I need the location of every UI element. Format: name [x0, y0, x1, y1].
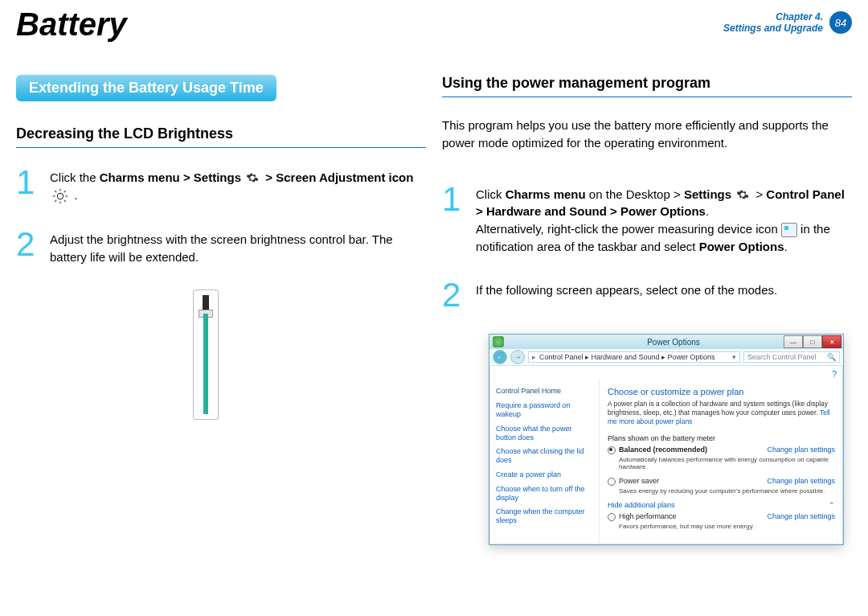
chapter-block: Chapter 4. Settings and Upgrade 84 — [723, 6, 852, 35]
sidebar-link[interactable]: Require a password on wakeup — [496, 401, 592, 419]
window-titlebar: Power Options — □ ✕ — [489, 335, 843, 349]
gear-icon — [246, 171, 260, 186]
change-plan-link[interactable]: Change plan settings — [767, 477, 835, 485]
plan-name: High performance — [619, 512, 677, 520]
power-options-window: Power Options — □ ✕ ← → ▸ Control Panel … — [489, 334, 844, 545]
breadcrumb[interactable]: ▸ Control Panel ▸ Hardware and Sound ▸ P… — [528, 351, 740, 363]
svg-line-5 — [55, 191, 56, 192]
text: Click — [476, 187, 506, 201]
step-number: 2 — [442, 280, 465, 310]
step-body: Click the Charms menu > Settings > Scree… — [50, 167, 426, 205]
sidebar-home[interactable]: Control Panel Home — [496, 387, 592, 395]
svg-line-7 — [55, 200, 56, 202]
chevron-down-icon[interactable]: ▾ — [732, 353, 736, 361]
text-bold: > — [265, 170, 276, 184]
text: on the Desktop > — [586, 187, 684, 201]
window-body: Control Panel Home Require a password on… — [489, 379, 843, 544]
minimize-button[interactable]: — — [784, 335, 803, 348]
sidebar-link[interactable]: Choose what the power button does — [496, 425, 592, 442]
step-body: If the following screen appears, select … — [476, 280, 777, 310]
forward-button[interactable]: → — [510, 350, 525, 364]
window-main: Choose or customize a power plan A power… — [600, 379, 843, 544]
section-heading: Extending the Battery Usage Time — [16, 75, 276, 101]
main-heading: Choose or customize a power plan — [608, 387, 835, 396]
search-placeholder: Search Control Panel — [747, 353, 817, 361]
right-column: Using the power management program This … — [442, 75, 852, 545]
chapter-text: Chapter 4. Settings and Upgrade — [723, 11, 823, 35]
chevron-up-icon: ⌃ — [829, 501, 835, 509]
step-body: Click Charms menu on the Desktop > Setti… — [476, 184, 852, 256]
svg-line-6 — [64, 200, 66, 202]
text-bold: Screen Adjustment icon — [276, 170, 413, 184]
brightness-slider-figure — [193, 290, 219, 420]
plan-high-perf-row: High performance Change plan settings — [608, 512, 835, 521]
radio-balanced[interactable] — [608, 446, 616, 454]
plan-balanced-row: Balanced (recommended) Change plan setti… — [608, 446, 835, 454]
maximize-button[interactable]: □ — [803, 335, 822, 348]
plan-desc: Favors performance, but may use more ene… — [619, 523, 835, 530]
page-number-badge: 84 — [829, 11, 852, 34]
plan-saver-row: Power saver Change plan settings — [608, 477, 835, 486]
step-number: 1 — [442, 184, 465, 256]
text-bold: Charms menu — [506, 187, 586, 201]
page-header: Battery Chapter 4. Settings and Upgrade … — [0, 0, 868, 43]
brightness-icon — [51, 187, 69, 205]
text: Alternatively, right-click the power mea… — [476, 222, 781, 236]
chapter-number: Chapter 4. — [723, 11, 823, 23]
back-button[interactable]: ← — [493, 350, 507, 364]
plan-desc: Saves energy by reducing your computer's… — [619, 487, 835, 495]
help-icon[interactable]: ? — [489, 366, 843, 379]
close-button[interactable]: ✕ — [822, 335, 841, 348]
nav-bar: ← → ▸ Control Panel ▸ Hardware and Sound… — [489, 349, 843, 366]
text: Click the — [50, 170, 100, 184]
plan-name: Balanced (recommended) — [619, 446, 707, 454]
text: A power plan is a collection of hardware… — [608, 400, 828, 417]
change-plan-link[interactable]: Change plan settings — [767, 446, 835, 454]
chapter-name: Settings and Upgrade — [723, 23, 823, 34]
page-title: Battery — [16, 6, 127, 43]
sidebar-link[interactable]: Choose what closing the lid does — [496, 447, 592, 465]
right-step-2: 2 If the following screen appears, selec… — [442, 280, 852, 310]
text: . — [784, 240, 788, 253]
text-bold: Power Options — [699, 240, 784, 253]
text: Hide additional plans — [608, 501, 675, 509]
text: > — [752, 187, 766, 201]
breadcrumb-text: Control Panel ▸ Hardware and Sound ▸ Pow… — [539, 353, 715, 361]
search-input[interactable]: Search Control Panel 🔍 — [743, 351, 840, 363]
change-plan-link[interactable]: Change plan settings — [767, 512, 835, 520]
right-step-1: 1 Click Charms menu on the Desktop > Set… — [442, 184, 852, 256]
svg-line-8 — [64, 191, 66, 192]
plan-desc: Automatically balances performance with … — [619, 456, 835, 470]
step-body: Adjust the brightness with the screen br… — [50, 229, 426, 266]
svg-point-0 — [57, 193, 63, 199]
main-description: A power plan is a collection of hardware… — [608, 400, 835, 426]
intro-text: This program helps you use the battery m… — [442, 117, 852, 152]
plan-name: Power saver — [619, 477, 659, 485]
subheading-power-mgmt: Using the power management program — [442, 75, 852, 97]
subheading-lcd: Decreasing the LCD Brightness — [16, 125, 426, 148]
radio-high-performance[interactable] — [608, 513, 616, 521]
hide-additional-plans[interactable]: Hide additional plans ⌃ — [608, 501, 835, 509]
text-bold: Settings — [684, 187, 735, 201]
sidebar-link[interactable]: Choose when to turn off the display — [496, 485, 592, 503]
window-buttons: — □ ✕ — [784, 335, 841, 348]
slider-top-block — [203, 295, 209, 310]
left-step-2: 2 Adjust the brightness with the screen … — [16, 229, 426, 266]
search-icon: 🔍 — [827, 353, 836, 361]
gear-icon — [736, 188, 751, 203]
sidebar-link[interactable]: Change when the computer sleeps — [496, 507, 592, 525]
app-icon — [493, 336, 504, 347]
left-column: Extending the Battery Usage Time Decreas… — [16, 75, 426, 545]
sidebar: Control Panel Home Require a password on… — [489, 379, 600, 544]
text-bold: Charms menu > Settings — [100, 170, 244, 184]
radio-power-saver[interactable] — [608, 478, 616, 486]
step-number: 2 — [16, 229, 39, 266]
sidebar-link[interactable]: Create a power plan — [496, 470, 592, 479]
step-number: 1 — [16, 167, 39, 205]
slider-track — [203, 314, 208, 414]
text: . — [706, 204, 709, 218]
power-meter-icon — [781, 223, 797, 237]
plans-label: Plans shown on the battery meter — [608, 434, 835, 442]
left-step-1: 1 Click the Charms menu > Settings > Scr… — [16, 167, 426, 205]
text: . — [74, 188, 77, 202]
